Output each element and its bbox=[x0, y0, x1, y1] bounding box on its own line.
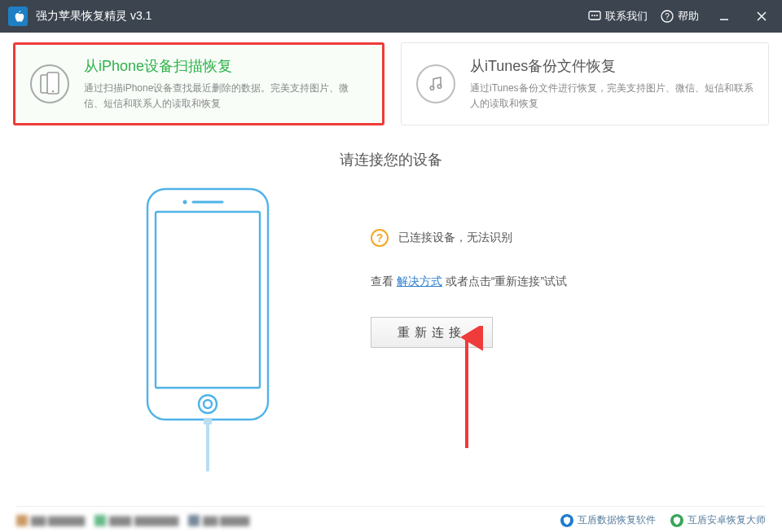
connect-heading: 请连接您的设备 bbox=[0, 150, 782, 169]
phone-illustration bbox=[143, 184, 273, 472]
svg-point-19 bbox=[183, 200, 187, 204]
hint-text: 查看 解决方式 或者点击“重新连接”试试 bbox=[371, 275, 639, 289]
svg-point-1 bbox=[591, 15, 593, 16]
main-content: 请连接您的设备 ? 已连接设备，无法识别 查看 解决方 bbox=[0, 125, 782, 472]
solution-link[interactable]: 解决方式 bbox=[397, 275, 442, 288]
svg-text:?: ? bbox=[665, 12, 670, 21]
mode-card-itunes-backup[interactable]: 从iTunes备份文件恢复 通过iTunes备份文件进行恢复，完美支持图片、微信… bbox=[401, 42, 769, 125]
mode-desc: 通过iTunes备份文件进行恢复，完美支持图片、微信、短信和联系人的读取和恢复 bbox=[470, 81, 753, 112]
svg-point-13 bbox=[437, 85, 442, 89]
svg-point-12 bbox=[430, 86, 434, 90]
svg-point-3 bbox=[596, 15, 598, 16]
music-note-icon bbox=[416, 64, 455, 103]
minimize-button[interactable] bbox=[712, 0, 736, 33]
mode-selector: 从iPhone设备扫描恢复 通过扫描iPhone设备查找最近删除的数据。完美支持… bbox=[0, 33, 782, 125]
status-panel: ? 已连接设备，无法识别 查看 解决方式 或者点击“重新连接”试试 重新连接 bbox=[371, 184, 639, 348]
status-message: 已连接设备，无法识别 bbox=[398, 231, 512, 245]
mode-title: 从iTunes备份文件恢复 bbox=[470, 56, 753, 76]
svg-rect-14 bbox=[147, 189, 268, 420]
contact-us-button[interactable]: 联系我们 bbox=[588, 9, 648, 24]
svg-point-2 bbox=[594, 15, 595, 16]
shield-icon bbox=[560, 514, 573, 527]
titlebar: 强力苹果恢复精灵 v3.1 联系我们 ? 帮助 bbox=[0, 0, 782, 33]
close-button[interactable] bbox=[749, 0, 774, 33]
footer-link-data-recovery[interactable]: 互盾数据恢复软件 bbox=[560, 513, 656, 527]
app-title: 强力苹果恢复精灵 v3.1 bbox=[36, 9, 588, 24]
mode-desc: 通过扫描iPhone设备查找最近删除的数据。完美支持图片、微信、短信和联系人的读… bbox=[84, 81, 367, 112]
help-label: 帮助 bbox=[678, 9, 699, 24]
annotation-arrow-icon bbox=[450, 326, 483, 456]
warning-icon: ? bbox=[371, 229, 389, 247]
phone-icon bbox=[30, 64, 69, 103]
mode-card-iphone-scan[interactable]: 从iPhone设备扫描恢复 通过扫描iPhone设备查找最近删除的数据。完美支持… bbox=[13, 42, 384, 125]
footer-link-android-recovery[interactable]: 互盾安卓恢复大师 bbox=[670, 513, 766, 527]
mode-title: 从iPhone设备扫描恢复 bbox=[84, 56, 367, 76]
svg-point-11 bbox=[52, 90, 54, 92]
svg-point-16 bbox=[199, 395, 217, 413]
cable-icon bbox=[206, 423, 209, 472]
footer-blurred-items: ▇▇ ▇▇▇▇▇ ▇▇▇ ▇▇▇▇▇▇ ▇▇ ▇▇▇▇ bbox=[16, 515, 249, 526]
contact-label: 联系我们 bbox=[605, 9, 648, 24]
svg-point-17 bbox=[204, 400, 212, 408]
app-logo-icon bbox=[8, 7, 28, 26]
help-button[interactable]: ? 帮助 bbox=[661, 9, 699, 24]
footer: ▇▇ ▇▇▇▇▇ ▇▇▇ ▇▇▇▇▇▇ ▇▇ ▇▇▇▇ 互盾数据恢复软件 互盾安… bbox=[16, 506, 766, 527]
shield-icon bbox=[670, 514, 683, 527]
svg-rect-15 bbox=[156, 212, 260, 388]
